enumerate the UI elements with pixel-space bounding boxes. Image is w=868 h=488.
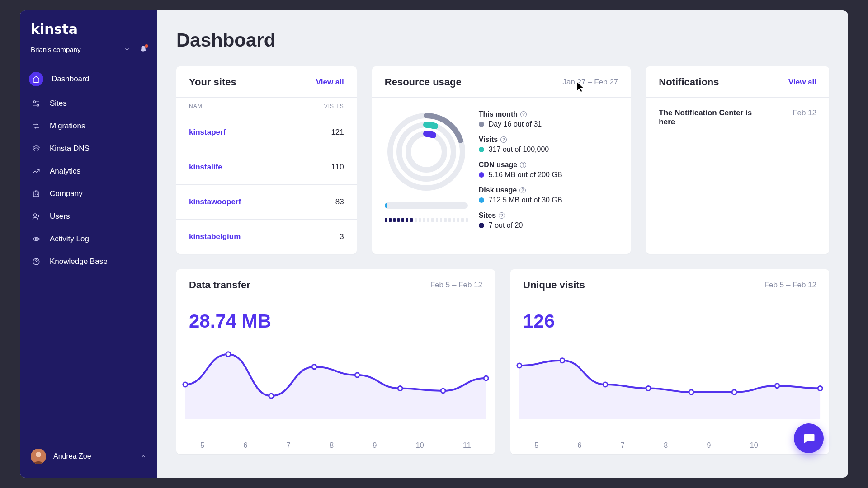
svg-point-0	[33, 101, 36, 103]
cdn-label: CDN usage	[479, 161, 517, 169]
notification-row[interactable]: The Notification Center is here Feb 12	[659, 108, 816, 127]
notifications-card: Notifications View all The Notification …	[646, 66, 829, 254]
sidebar: kinsta Brian's company Dashboard	[20, 10, 157, 478]
site-visits: 121	[331, 128, 344, 137]
nav-label: Sites	[50, 99, 67, 108]
analytics-icon	[31, 166, 42, 177]
dns-icon	[31, 143, 42, 154]
chevron-up-icon	[140, 453, 146, 460]
help-icon[interactable]: ?	[499, 212, 505, 219]
nav-label: Kinsta DNS	[50, 144, 90, 153]
card-title: Your sites	[189, 76, 236, 88]
nav-item-migrations[interactable]: Migrations	[25, 115, 152, 137]
x-tick: 5	[200, 441, 204, 450]
site-row[interactable]: kinstaperf 121	[176, 115, 357, 150]
svg-point-14	[312, 365, 316, 369]
month-value: Day 16 out of 31	[489, 120, 542, 128]
help-icon[interactable]: ?	[519, 187, 526, 193]
svg-point-7	[36, 452, 41, 457]
site-link[interactable]: kinstabelgium	[189, 232, 241, 241]
nav-item-users[interactable]: Users	[25, 205, 152, 228]
x-tick: 10	[416, 441, 424, 450]
help-icon[interactable]: ?	[520, 162, 526, 168]
data-transfer-chart	[176, 338, 495, 437]
x-tick: 6	[578, 441, 582, 450]
unique-visits-card: Unique visits Feb 5 – Feb 12 126 5678910…	[510, 269, 829, 454]
sites-bar	[385, 218, 468, 222]
svg-rect-2	[33, 192, 39, 197]
svg-point-15	[355, 373, 359, 377]
site-row[interactable]: kinstalife 110	[176, 150, 357, 185]
user-name: Andrea Zoe	[53, 452, 91, 460]
svg-point-26	[818, 386, 822, 390]
disk-label: Disk usage	[479, 186, 517, 194]
nav-item-kb[interactable]: Knowledge Base	[25, 250, 152, 273]
data-transfer-card: Data transfer Feb 5 – Feb 12 28.74 MB 56…	[176, 269, 495, 454]
bell-icon[interactable]	[139, 45, 147, 53]
svg-point-12	[226, 352, 231, 357]
help-icon	[31, 256, 42, 267]
nav-label: Dashboard	[52, 75, 89, 84]
svg-point-3	[34, 214, 37, 216]
nav-item-analytics[interactable]: Analytics	[25, 160, 152, 183]
nav-item-sites[interactable]: Sites	[25, 92, 152, 115]
company-switcher[interactable]: Brian's company	[20, 45, 157, 66]
visits-label: Visits	[479, 136, 498, 144]
card-title: Notifications	[659, 76, 719, 88]
month-label: This month	[479, 110, 518, 118]
site-link[interactable]: kinstawooperf	[189, 197, 241, 206]
nav-item-company[interactable]: Company	[25, 183, 152, 205]
view-all-link[interactable]: View all	[316, 78, 344, 87]
col-visits: VISITS	[324, 103, 344, 109]
activity-icon	[31, 234, 42, 244]
your-sites-card: Your sites View all NAME VISITS kinstape…	[176, 66, 357, 254]
unique-visits-value: 126	[510, 310, 829, 338]
x-tick: 9	[373, 441, 377, 450]
svg-point-16	[398, 386, 402, 390]
svg-point-24	[732, 390, 736, 394]
company-icon	[31, 188, 42, 199]
svg-point-25	[775, 384, 779, 388]
sites-value: 7 out of 20	[489, 221, 523, 230]
view-all-link[interactable]: View all	[788, 78, 816, 87]
nav-label: Migrations	[50, 122, 85, 131]
x-tick: 8	[664, 441, 668, 450]
date-range: Feb 5 – Feb 12	[430, 281, 482, 290]
col-name: NAME	[189, 103, 207, 109]
dashboard-icon	[29, 72, 43, 86]
site-row[interactable]: kinstawooperf 83	[176, 185, 357, 220]
svg-point-23	[689, 390, 693, 394]
svg-point-11	[183, 382, 188, 387]
migrations-icon	[31, 121, 42, 131]
notification-date: Feb 12	[793, 108, 816, 127]
resource-usage-card: Resource usage Jan 27 – Feb 27	[372, 66, 631, 254]
brand-logo: kinsta	[20, 21, 157, 45]
nav: Dashboard Sites Migrations Kinsta DNS	[20, 66, 157, 273]
visits-value: 317 out of 100,000	[489, 145, 549, 154]
svg-point-19	[517, 363, 522, 368]
card-title: Data transfer	[189, 279, 250, 291]
nav-item-dashboard[interactable]: Dashboard	[25, 66, 152, 92]
x-tick: 8	[330, 441, 334, 450]
site-link[interactable]: kinstalife	[189, 163, 222, 172]
svg-point-4	[35, 238, 38, 240]
page-title: Dashboard	[176, 29, 829, 51]
nav-item-dns[interactable]: Kinsta DNS	[25, 137, 152, 160]
date-range: Jan 27 – Feb 27	[562, 78, 618, 87]
user-menu[interactable]: Andrea Zoe	[20, 443, 157, 469]
site-link[interactable]: kinstaperf	[189, 128, 226, 137]
site-row[interactable]: kinstabelgium 3	[176, 220, 357, 254]
help-icon[interactable]: ?	[520, 111, 527, 117]
cdn-value: 5.16 MB out of 200 GB	[489, 171, 562, 179]
chat-button[interactable]	[794, 423, 824, 453]
data-transfer-value: 28.74 MB	[176, 310, 495, 338]
disk-value: 712.5 MB out of 30 GB	[489, 196, 562, 204]
nav-label: Users	[50, 212, 70, 221]
help-icon[interactable]: ?	[500, 136, 507, 143]
nav-label: Company	[50, 189, 83, 198]
nav-item-activity[interactable]: Activity Log	[25, 228, 152, 250]
x-tick: 7	[621, 441, 625, 450]
site-visits: 3	[340, 232, 344, 241]
date-range: Feb 5 – Feb 12	[764, 281, 816, 290]
x-tick: 5	[534, 441, 538, 450]
